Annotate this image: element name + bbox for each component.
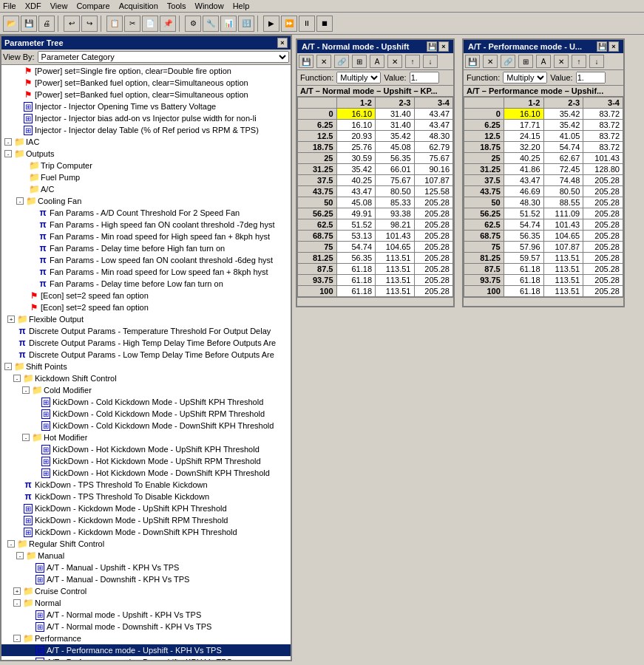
data-cell[interactable]: 113.51 <box>543 286 583 297</box>
tree-item[interactable]: πFan Params - Min road speed for High sp… <box>1 231 291 242</box>
data-cell[interactable]: 128.80 <box>583 164 623 175</box>
normal-value-input[interactable] <box>410 72 439 83</box>
data-cell[interactable]: 56.35 <box>336 253 376 264</box>
data-cell[interactable]: 205.28 <box>583 253 623 264</box>
data-cell[interactable]: 83.72 <box>583 131 623 142</box>
normal-tb-save[interactable]: 💾 <box>299 55 313 68</box>
tree-item[interactable]: ⊞KickDown - Kickdown Mode - UpShift KPH … <box>1 502 291 514</box>
tree-item[interactable]: -📁Performance <box>1 632 291 644</box>
view-by-select[interactable]: Parameter Category <box>38 51 289 63</box>
data-cell[interactable]: 61.18 <box>504 264 543 275</box>
tree-item[interactable]: -📁Manual <box>1 550 291 562</box>
data-cell[interactable]: 43.47 <box>414 120 453 131</box>
toolbar-btn-10[interactable]: ⚙ <box>185 16 201 32</box>
toolbar-btn-4[interactable]: ↩ <box>64 16 80 32</box>
table-window-normal-header[interactable]: A/T - Normal mode - Upshift 💾 × <box>297 40 453 53</box>
tree-item[interactable]: πFan Params - Delay time before High fan… <box>1 242 291 254</box>
data-cell[interactable]: 61.18 <box>504 275 543 286</box>
normal-tb-down[interactable]: ↓ <box>423 55 438 68</box>
tree-item[interactable]: ⊞Injector - Injector Opening Time vs Bat… <box>1 100 291 112</box>
data-cell[interactable]: 104.65 <box>376 242 415 253</box>
tree-item[interactable]: ⚑[Power] set=Banked fuel option, clear=S… <box>1 89 291 100</box>
data-cell[interactable]: 113.51 <box>376 253 415 264</box>
perf-tb-table[interactable]: ⊞ <box>518 55 533 68</box>
tree-item[interactable]: +📁Flexible Output <box>1 313 291 325</box>
normal-tb-x[interactable]: ✕ <box>316 55 331 68</box>
data-cell[interactable]: 43.47 <box>414 109 453 120</box>
tree-item[interactable]: ⊞A/T - Normal mode - Downshift - KPH Vs … <box>1 621 291 632</box>
menu-view[interactable]: View <box>50 1 68 10</box>
tree-expand-btn[interactable]: + <box>13 587 21 595</box>
perf-tb-a[interactable]: A <box>536 55 551 68</box>
tree-item[interactable]: -📁Hot Modifier <box>1 432 291 443</box>
data-cell[interactable]: 88.55 <box>543 197 583 208</box>
data-cell[interactable]: 205.28 <box>583 175 623 186</box>
tree-item[interactable]: ⊞A/T - Performance mode - Upshift - KPH … <box>1 644 291 656</box>
data-cell[interactable]: 54.74 <box>336 242 376 253</box>
tree-item[interactable]: +📁Cruise Control <box>1 585 291 597</box>
normal-save-btn[interactable]: 💾 <box>427 41 437 52</box>
data-cell[interactable]: 61.18 <box>336 275 376 286</box>
data-cell[interactable]: 61.18 <box>504 286 543 297</box>
data-cell[interactable]: 205.28 <box>583 186 623 197</box>
data-cell[interactable]: 83.72 <box>583 120 623 131</box>
perf-tb-save[interactable]: 💾 <box>465 55 480 68</box>
data-cell[interactable]: 48.30 <box>414 131 453 142</box>
tree-item[interactable]: -📁Normal <box>1 597 291 609</box>
data-cell[interactable]: 56.35 <box>504 231 543 242</box>
data-cell[interactable]: 75.67 <box>414 153 453 164</box>
tree-item[interactable]: ⚑[Econ] set=2 speed fan option <box>1 290 291 301</box>
data-cell[interactable]: 104.65 <box>543 231 583 242</box>
data-cell[interactable]: 56.35 <box>376 153 415 164</box>
data-cell[interactable]: 205.28 <box>583 286 623 297</box>
normal-func-select[interactable]: Multiply <box>336 72 381 83</box>
data-cell[interactable]: 205.28 <box>583 219 623 231</box>
toolbar-btn-12[interactable]: 📊 <box>220 16 237 32</box>
tree-expand-btn[interactable]: - <box>4 138 12 146</box>
tree-item[interactable]: πFan Params - A/D Count Threshold For 2 … <box>1 207 291 219</box>
toolbar-btn-5[interactable]: ↪ <box>81 16 98 32</box>
normal-scrollbar-h[interactable] <box>297 297 453 306</box>
data-cell[interactable]: 205.28 <box>583 242 623 253</box>
data-cell[interactable]: 45.08 <box>336 197 376 208</box>
tree-item[interactable]: ⊞A/T - Performance mode - Downshift - KP… <box>1 656 291 660</box>
tree-expand-btn[interactable]: - <box>13 599 21 607</box>
data-cell[interactable]: 205.28 <box>414 264 453 275</box>
data-cell[interactable]: 17.71 <box>504 120 543 131</box>
tree-item[interactable]: πFan Params - Delay time before Low fan … <box>1 278 291 290</box>
tree-item[interactable]: ⚑[Power] set=Single fire option, clear=D… <box>1 65 291 77</box>
data-cell[interactable]: 35.42 <box>336 164 376 175</box>
toolbar-btn-8[interactable]: 📄 <box>142 16 158 32</box>
data-cell[interactable]: 43.47 <box>336 186 376 197</box>
data-cell[interactable]: 205.28 <box>414 197 453 208</box>
tree-item[interactable]: ⊞KickDown - Cold Kickdown Mode - UpShift… <box>1 408 291 420</box>
data-cell[interactable]: 205.28 <box>414 253 453 264</box>
data-cell[interactable]: 54.74 <box>543 142 583 153</box>
tree-item[interactable]: πFan Params - High speed fan ON coolant … <box>1 219 291 231</box>
data-cell[interactable]: 113.51 <box>376 275 415 286</box>
tree-expand-btn[interactable]: - <box>22 386 30 394</box>
menu-compare[interactable]: Compare <box>76 1 109 10</box>
data-cell[interactable]: 113.51 <box>376 264 415 275</box>
tree-item[interactable]: ⊞KickDown - Hot Kickdown Mode - UpShift … <box>1 455 291 467</box>
data-cell[interactable]: 48.30 <box>504 197 543 208</box>
toolbar-btn-11[interactable]: 🔧 <box>203 16 219 32</box>
data-cell[interactable]: 16.10 <box>336 120 376 131</box>
tree-item[interactable]: -📁Cooling Fan <box>1 195 291 207</box>
data-cell[interactable]: 31.40 <box>376 109 415 120</box>
tree-expand-btn[interactable]: - <box>7 540 15 548</box>
data-cell[interactable]: 41.86 <box>504 164 543 175</box>
data-cell[interactable]: 93.38 <box>376 208 415 219</box>
data-cell[interactable]: 113.51 <box>543 275 583 286</box>
menu-xdf[interactable]: XDF <box>25 1 41 10</box>
data-cell[interactable]: 205.28 <box>414 242 453 253</box>
perf-tb-down[interactable]: ↓ <box>589 55 604 68</box>
data-cell[interactable]: 45.08 <box>376 142 415 153</box>
data-cell[interactable]: 66.01 <box>376 164 415 175</box>
data-cell[interactable]: 113.51 <box>543 264 583 275</box>
tree-item[interactable]: ⊞KickDown - Cold Kickdown Mode - UpShift… <box>1 396 291 408</box>
tree-item[interactable]: πDiscrete Output Params - Low Temp Delay… <box>1 349 291 361</box>
data-cell[interactable]: 107.87 <box>414 175 453 186</box>
perf-func-select[interactable]: Multiply <box>503 72 547 83</box>
tree-item[interactable]: ⊞KickDown - Kickdown Mode - DownShift KP… <box>1 526 291 538</box>
